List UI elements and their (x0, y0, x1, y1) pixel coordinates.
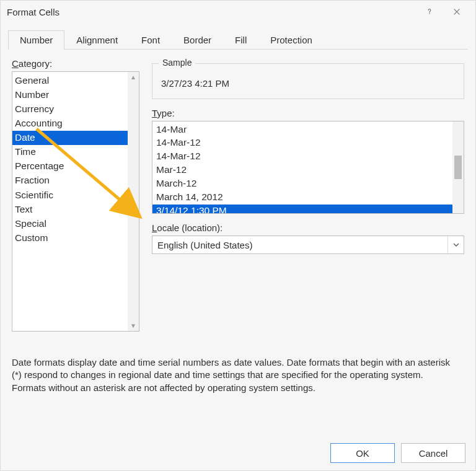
category-item[interactable]: Fraction (12, 174, 128, 188)
tab-number[interactable]: Number (8, 30, 64, 50)
category-item[interactable]: Currency (12, 102, 128, 116)
type-item[interactable]: March 14, 2012 (152, 191, 452, 205)
type-item[interactable]: 14-Mar (152, 123, 452, 136)
chevron-down-icon (453, 243, 459, 247)
format-description: Date formats display date and time seria… (12, 356, 458, 394)
scroll-up-icon: ▲ (130, 74, 136, 81)
sample-legend: Sample (159, 58, 195, 68)
category-item[interactable]: Number (12, 87, 128, 102)
category-item[interactable]: Accounting (12, 116, 128, 130)
category-item[interactable]: Time (12, 145, 128, 159)
category-item[interactable]: Text (12, 202, 128, 216)
locale-dropdown-button[interactable] (447, 236, 464, 253)
help-icon (425, 7, 434, 16)
category-item[interactable]: Custom (12, 231, 128, 245)
locale-label: Locale (location): (152, 222, 464, 233)
scrollbar-thumb[interactable] (454, 156, 462, 179)
category-scrollbar[interactable]: ▲ ▼ (128, 72, 139, 331)
titlebar: Format Cells (1, 1, 475, 23)
tab-protection[interactable]: Protection (258, 30, 324, 49)
type-scrollbar[interactable] (452, 121, 464, 213)
ok-button[interactable]: OK (330, 443, 395, 463)
locale-value: English (United States) (152, 240, 447, 250)
type-item[interactable]: 14-Mar-12 (152, 150, 452, 164)
category-item[interactable]: Special (12, 216, 128, 231)
locale-combobox[interactable]: English (United States) (152, 236, 464, 254)
category-item[interactable]: Date (12, 131, 128, 145)
sample-value: 3/27/23 4:21 PM (161, 78, 229, 89)
category-item[interactable]: Scientific (12, 188, 128, 202)
close-icon (452, 7, 461, 16)
tab-body: Category: General Number Currency Accoun… (1, 50, 475, 394)
cancel-button[interactable]: Cancel (401, 443, 465, 463)
category-item[interactable]: General (12, 73, 128, 87)
dialog-buttons: OK Cancel (330, 443, 465, 463)
type-listbox[interactable]: 14-Mar 14-Mar-12 14-Mar-12 Mar-12 March-… (152, 121, 464, 214)
type-label: Type: (152, 108, 464, 118)
type-item[interactable]: March-12 (152, 177, 452, 191)
sample-group: Sample 3/27/23 4:21 PM (152, 63, 464, 99)
tab-font[interactable]: Font (130, 30, 172, 49)
tab-fill[interactable]: Fill (223, 30, 258, 49)
category-listbox[interactable]: General Number Currency Accounting Date … (12, 71, 139, 332)
category-item[interactable]: Percentage (12, 159, 128, 174)
format-cells-dialog: Format Cells Number Alignment Font Borde… (0, 0, 476, 471)
type-item[interactable]: 3/14/12 1:30 PM (152, 205, 452, 214)
category-items: General Number Currency Accounting Date … (12, 72, 128, 331)
close-button[interactable] (443, 2, 470, 21)
tab-border[interactable]: Border (172, 30, 223, 49)
type-item[interactable]: 14-Mar-12 (152, 136, 452, 150)
tabstrip: Number Alignment Font Border Fill Protec… (8, 30, 468, 50)
svg-point-0 (429, 13, 430, 14)
type-items: 14-Mar 14-Mar-12 14-Mar-12 Mar-12 March-… (152, 121, 452, 213)
dialog-title: Format Cells (7, 7, 416, 17)
tab-alignment[interactable]: Alignment (64, 30, 130, 49)
help-button[interactable] (416, 2, 443, 21)
type-item[interactable]: Mar-12 (152, 164, 452, 177)
scroll-down-icon: ▼ (130, 322, 136, 329)
category-label: Category: (12, 58, 139, 69)
